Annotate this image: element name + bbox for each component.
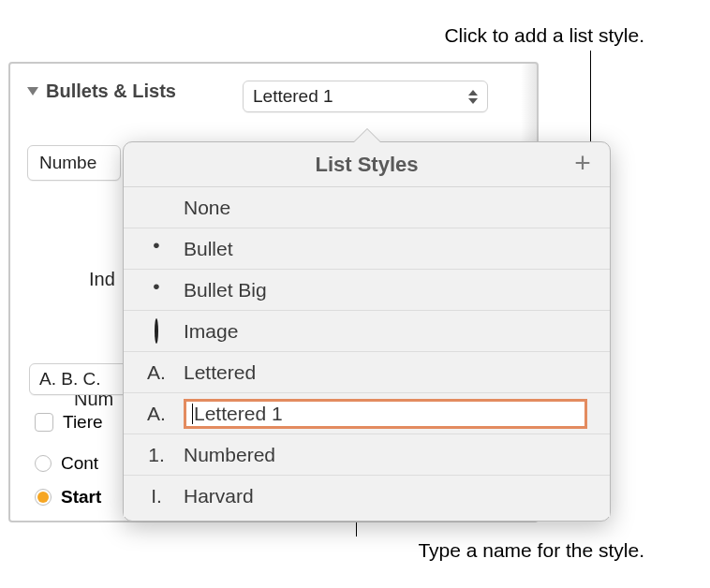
list-style-item-lettered1[interactable]: A. Lettered 1 — [124, 393, 610, 434]
list-styles-popover: List Styles + None • Bullet • Bullet Big… — [123, 141, 611, 522]
continue-label: Cont — [61, 453, 98, 474]
number-type-dropdown[interactable]: Numbe — [27, 145, 121, 181]
indent-label: Ind — [89, 269, 115, 290]
section-title: Bullets & Lists — [46, 81, 176, 102]
list-style-label: Harvard — [184, 485, 254, 507]
list-style-dropdown[interactable]: Lettered 1 — [243, 81, 488, 112]
list-style-label: Lettered — [184, 361, 256, 384]
style-name-input-value: Lettered 1 — [194, 403, 283, 425]
style-name-input[interactable]: Lettered 1 — [184, 399, 587, 429]
list-style-label: Bullet — [184, 238, 233, 260]
checkbox-icon — [35, 413, 53, 432]
text-caret-icon — [192, 404, 193, 424]
tiered-label: Tiere — [63, 412, 103, 433]
list-style-item-bullet[interactable]: • Bullet — [124, 228, 610, 270]
list-style-dropdown-value: Lettered 1 — [253, 86, 333, 107]
list-style-item-numbered[interactable]: 1. Numbered — [124, 434, 610, 476]
abc-format-value: A. B. C. — [39, 369, 100, 390]
radio-icon — [35, 455, 52, 472]
annotation-top: Click to add a list style. — [444, 24, 644, 47]
list-style-label: Image — [184, 320, 238, 343]
start-label: Start — [61, 487, 101, 507]
list-style-item-none[interactable]: None — [124, 187, 610, 228]
list-style-label: Bullet Big — [184, 279, 267, 301]
list-style-item-lettered[interactable]: A. Lettered — [124, 352, 610, 393]
prefix-lettered1: A. — [142, 403, 170, 425]
list-style-label: Numbered — [184, 444, 275, 466]
radio-selected-icon — [35, 489, 52, 506]
number-type-value: Numbe — [39, 153, 96, 173]
popover-title: List Styles — [315, 153, 418, 177]
annotation-bottom: Type a name for the style. — [418, 539, 644, 562]
disclosure-triangle-icon — [27, 87, 38, 96]
image-bullet-icon — [142, 320, 170, 343]
tiered-checkbox-row[interactable]: Tiere — [35, 412, 103, 433]
popover-header: List Styles + — [124, 142, 610, 187]
prefix-numbered: 1. — [142, 444, 170, 466]
list-style-item-image[interactable]: Image — [124, 311, 610, 352]
list-styles-list: None • Bullet • Bullet Big Image A. Lett… — [124, 187, 610, 517]
start-radio-row[interactable]: Start — [35, 487, 101, 507]
list-style-label: None — [184, 197, 230, 219]
abc-format-dropdown[interactable]: A. B. C. — [29, 363, 132, 395]
prefix-lettered: A. — [142, 361, 170, 384]
prefix-harvard: I. — [142, 485, 170, 507]
list-style-item-harvard[interactable]: I. Harvard — [124, 476, 610, 517]
add-list-style-button[interactable]: + — [569, 150, 597, 178]
list-style-item-bullet-big[interactable]: • Bullet Big — [124, 270, 610, 311]
chevron-updown-icon — [468, 90, 478, 104]
continue-radio-row[interactable]: Cont — [35, 453, 98, 474]
